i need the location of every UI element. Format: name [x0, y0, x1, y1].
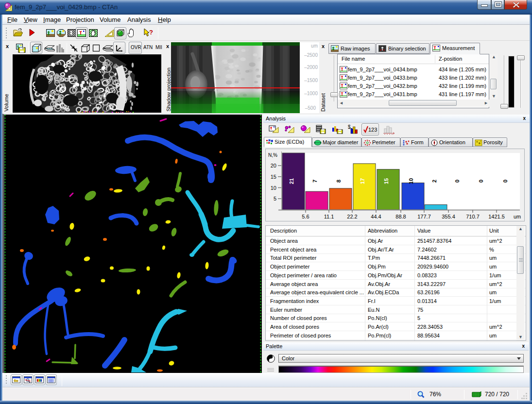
svg-text:177.7: 177.7 — [417, 214, 431, 219]
svg-text:88.8: 88.8 — [395, 214, 406, 219]
svg-text:355.4: 355.4 — [442, 214, 455, 219]
svg-text:N,%: N,% — [268, 152, 277, 158]
svg-text:20: 20 — [271, 163, 276, 168]
svg-text:44.4: 44.4 — [371, 214, 381, 219]
svg-text:21: 21 — [289, 178, 294, 184]
svg-text:710.7: 710.7 — [466, 214, 480, 219]
svg-text:$: $ — [348, 124, 351, 130]
svg-text:7: 7 — [312, 180, 318, 183]
svg-text:0: 0 — [502, 180, 508, 183]
svg-text:0: 0 — [478, 180, 484, 183]
svg-text:5.6: 5.6 — [302, 214, 309, 219]
svg-text:5: 5 — [274, 196, 276, 202]
svg-text:8: 8 — [336, 180, 342, 183]
svg-text:22.2: 22.2 — [347, 214, 357, 219]
svg-text:123: 123 — [368, 127, 377, 133]
svg-text:0: 0 — [454, 180, 460, 183]
svg-text:10: 10 — [271, 185, 276, 191]
svg-text:10: 10 — [408, 178, 414, 184]
svg-text:2: 2 — [431, 180, 437, 183]
svg-text:11.1: 11.1 — [324, 214, 334, 219]
svg-text:?: ? — [149, 29, 153, 36]
svg-text:1421.5: 1421.5 — [488, 214, 505, 219]
svg-text:um: um — [514, 214, 521, 219]
svg-text:17: 17 — [360, 178, 365, 184]
svg-text:15: 15 — [383, 178, 389, 184]
svg-text:15: 15 — [271, 174, 276, 180]
